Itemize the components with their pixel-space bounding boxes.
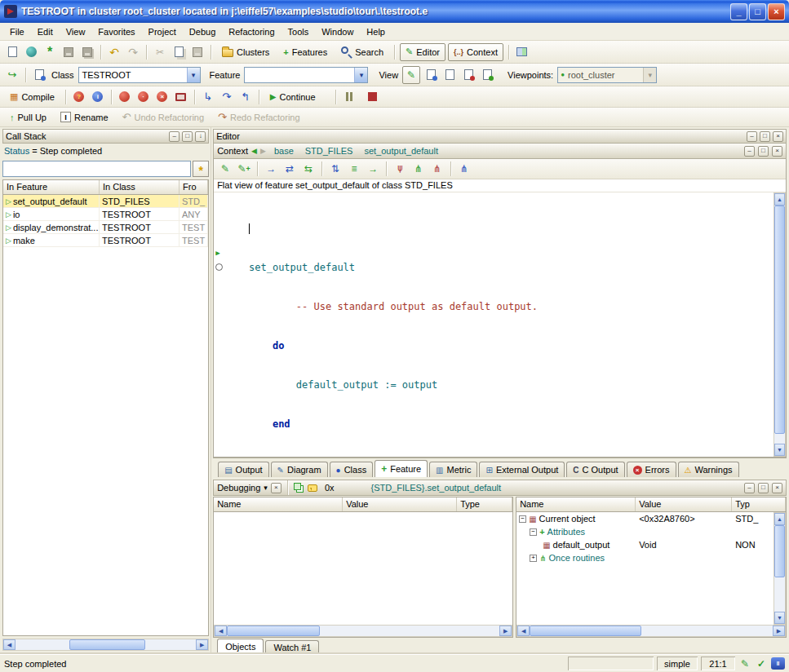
tab-external-output[interactable]: ⊞External Output (479, 462, 565, 477)
tab-warnings[interactable]: ⚠Warnings (678, 462, 739, 477)
link-context-icon[interactable]: ⇆ (300, 161, 317, 177)
viewpoints-combobox[interactable]: ● root_cluster ▾ (557, 67, 657, 83)
menu-favorites[interactable]: Favorites (91, 25, 141, 38)
maximize-pane-button[interactable]: □ (760, 131, 770, 142)
tab-class[interactable]: ●Class (330, 462, 374, 477)
column-in-feature[interactable]: In Feature (3, 180, 100, 194)
call-stack-row[interactable]: ▷display_demonstrat... TESTROOT TEST (3, 221, 208, 234)
search-tool-button[interactable]: Search (335, 43, 389, 61)
features-tool-button[interactable]: + Features (277, 43, 333, 61)
close-tool-button[interactable]: × (271, 483, 281, 493)
add-feature-icon[interactable]: ✎+ (236, 161, 252, 177)
breadcrumb-class[interactable]: STD_FILES (305, 146, 353, 156)
collapse-icon[interactable]: − (530, 528, 537, 536)
call-stack-row[interactable]: ▷set_output_default STD_FILES STD_ (3, 195, 208, 208)
scroll-track[interactable] (774, 206, 785, 444)
feature-combobox[interactable]: ▾ (244, 67, 368, 83)
expand-icon[interactable]: + (530, 555, 537, 562)
tab-watch-1[interactable]: Watch #1 (265, 640, 319, 654)
redo-icon[interactable]: ↷ (125, 44, 141, 60)
send-to-editor-icon[interactable]: ↪ (4, 67, 20, 83)
code-editor[interactable]: ▶ set_output_default -- Use standard out… (214, 192, 773, 457)
new-window-icon[interactable] (4, 44, 20, 60)
breadcrumb-feature[interactable]: set_output_default (364, 146, 438, 156)
tab-diagram[interactable]: ✎Diagram (271, 462, 328, 477)
column-name[interactable]: Name (214, 497, 343, 511)
scroll-left-icon[interactable]: ◀ (3, 639, 16, 650)
watch-hscrollbar[interactable]: ◀ ▶ (214, 625, 512, 637)
debug-display-icon[interactable] (173, 89, 189, 105)
chevron-down-icon[interactable]: ▾ (187, 68, 200, 82)
save-icon[interactable] (60, 44, 77, 60)
menu-refactoring[interactable]: Refactoring (222, 25, 281, 38)
save-all-icon[interactable] (79, 44, 95, 60)
scroll-thumb[interactable] (69, 639, 145, 650)
minimize-window-button[interactable]: _ (730, 3, 747, 20)
scroll-up-icon[interactable]: ▲ (774, 513, 785, 525)
scroll-thumb[interactable] (227, 626, 320, 636)
editor-toggle-button[interactable]: ✎ Editor (400, 43, 445, 61)
maximize-pane-button[interactable]: □ (758, 146, 769, 157)
watch-table-body[interactable] (214, 512, 512, 625)
view-editor-button[interactable]: ✎ (402, 66, 420, 84)
dock-pane-button[interactable]: ↓ (195, 131, 206, 142)
pull-up-button[interactable]: ↑ Pull Up (4, 108, 52, 126)
maximize-pane-button[interactable]: □ (758, 483, 769, 493)
new-class-icon[interactable]: * (42, 44, 58, 60)
column-from[interactable]: Fro (180, 180, 208, 194)
step-out-icon[interactable]: ↰ (237, 89, 254, 105)
close-window-button[interactable]: × (768, 3, 785, 20)
toggle-format-icon[interactable]: ⇄ (281, 161, 298, 177)
watch-tip-icon[interactable] (308, 484, 317, 492)
view-contracts-button[interactable] (460, 67, 477, 83)
open-project-icon[interactable] (23, 44, 39, 60)
project-info-icon[interactable]: i (90, 89, 106, 105)
redo-refactoring-button[interactable]: ↷ Redo Refactoring (212, 108, 306, 126)
maximize-window-button[interactable]: □ (749, 3, 766, 20)
scroll-left-icon[interactable]: ◀ (517, 626, 530, 636)
close-pane-button[interactable]: × (773, 131, 783, 142)
go-to-result-icon[interactable]: → (365, 161, 381, 177)
call-stack-row[interactable]: ▷make TESTROOT TEST (3, 234, 208, 247)
scroll-up-icon[interactable]: ▲ (774, 193, 785, 206)
object-tree-row[interactable]: +⋔Once routines (516, 551, 773, 564)
melt-query-icon[interactable]: ? (71, 89, 87, 105)
tab-feature[interactable]: +Feature (375, 460, 428, 477)
call-stack-filter-input[interactable] (2, 161, 191, 177)
tab-errors[interactable]: ×Errors (627, 462, 676, 477)
minimize-pane-button[interactable]: – (744, 483, 755, 493)
copy-icon[interactable] (171, 44, 187, 60)
collapse-icon[interactable]: − (519, 515, 526, 523)
cut-icon[interactable]: ✂ (152, 44, 168, 60)
menu-file[interactable]: File (3, 25, 31, 38)
exception-button[interactable]: * (193, 161, 209, 177)
tab-metric[interactable]: ▥Metric (429, 462, 477, 477)
chevron-down-icon[interactable]: ▾ (264, 484, 268, 492)
scroll-track[interactable] (16, 639, 196, 650)
run-icon[interactable] (117, 89, 133, 105)
column-type[interactable]: Typ (732, 497, 786, 511)
tab-objects[interactable]: Objects (217, 639, 264, 654)
scroll-right-icon[interactable]: ▶ (196, 639, 208, 650)
scroll-thumb[interactable] (530, 626, 641, 636)
history-back-icon[interactable]: ◀ (251, 147, 257, 155)
scroll-thumb[interactable] (774, 525, 785, 577)
callers-icon[interactable]: ⇅ (327, 161, 344, 177)
column-value[interactable]: Value (343, 497, 457, 511)
call-stack-row[interactable]: ▷io TESTROOT ANY (3, 208, 208, 221)
suppliers-icon[interactable]: ⋔ (456, 161, 472, 177)
scroll-right-icon[interactable]: ▶ (499, 626, 512, 636)
clear-breakpoints-icon[interactable]: × (154, 89, 171, 105)
object-tree-row[interactable]: ▦default_output Void NON (516, 538, 773, 551)
menu-edit[interactable]: Edit (31, 25, 60, 38)
close-pane-button[interactable]: × (772, 146, 782, 157)
minimize-pane-button[interactable]: – (747, 131, 757, 142)
menu-project[interactable]: Project (142, 25, 183, 38)
column-type[interactable]: Type (457, 497, 512, 511)
maximize-pane-button[interactable]: □ (182, 131, 193, 142)
chevron-down-icon[interactable]: ▾ (354, 68, 367, 82)
undo-icon[interactable]: ↶ (106, 44, 122, 60)
step-over-icon[interactable]: ↷ (219, 89, 235, 105)
undo-refactoring-button[interactable]: ↶ Undo Refactoring (117, 108, 211, 126)
continue-button[interactable]: ▶ Continue (264, 88, 321, 106)
